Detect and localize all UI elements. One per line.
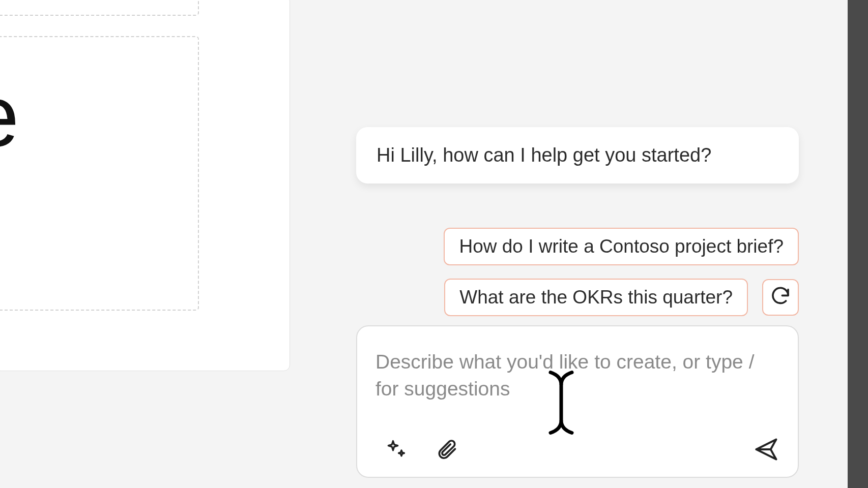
refresh-icon bbox=[770, 286, 791, 309]
document-templates-pane: e bbox=[0, 0, 290, 371]
template-card[interactable]: e bbox=[0, 36, 199, 311]
send-icon bbox=[753, 436, 779, 465]
chat-input-placeholder: Describe what you'd like to create, or t… bbox=[375, 349, 779, 402]
suggestion-chips: How do I write a Contoso project brief? … bbox=[356, 228, 799, 316]
paperclip-icon bbox=[436, 438, 458, 463]
template-card[interactable] bbox=[0, 0, 199, 16]
template-partial-text: e bbox=[0, 73, 19, 159]
copilot-chat-panel: Hi Lilly, how can I help get you started… bbox=[356, 0, 829, 488]
assistant-greeting: Hi Lilly, how can I help get you started… bbox=[356, 127, 799, 184]
suggestion-chip-okrs[interactable]: What are the OKRs this quarter? bbox=[444, 279, 748, 316]
sparkle-icon bbox=[385, 438, 407, 463]
send-button[interactable] bbox=[753, 436, 779, 465]
refresh-suggestions-button[interactable] bbox=[762, 279, 799, 316]
sparkle-button[interactable] bbox=[385, 438, 407, 463]
chat-input-toolbar bbox=[375, 436, 779, 465]
chat-input-box[interactable]: Describe what you'd like to create, or t… bbox=[356, 325, 799, 478]
window-edge bbox=[848, 0, 868, 488]
attach-button[interactable] bbox=[436, 438, 458, 463]
suggestion-chip-project-brief[interactable]: How do I write a Contoso project brief? bbox=[444, 228, 799, 265]
